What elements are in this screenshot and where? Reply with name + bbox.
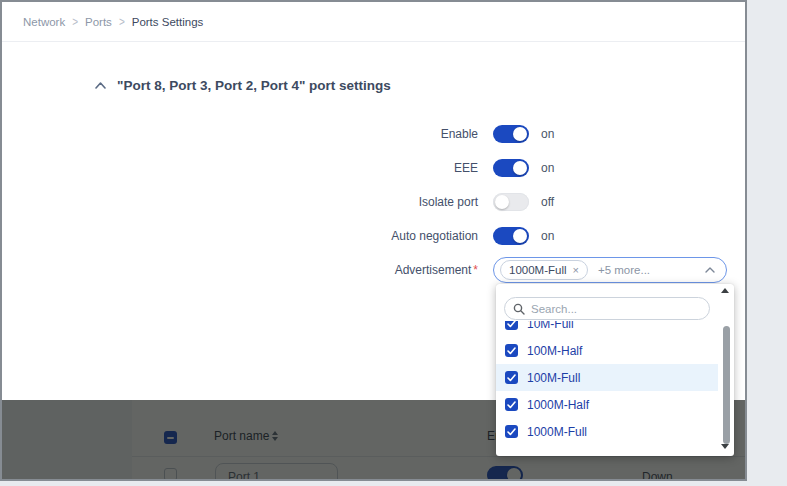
option-label: 100M-Full — [527, 371, 580, 385]
eee-label: EEE — [2, 161, 478, 175]
port-settings-form: Enable on EEE on Isolate port off Auto n… — [2, 117, 745, 287]
option-100m-half[interactable]: 100M-Half — [496, 337, 718, 364]
option-label: 1000M-Full — [527, 425, 587, 439]
dropdown-search-box[interactable] — [504, 297, 710, 320]
breadcrumb-separator-icon: > — [119, 15, 125, 28]
checkbox-checked-icon[interactable] — [505, 425, 518, 438]
eee-toggle[interactable] — [493, 159, 529, 177]
checkbox-checked-icon[interactable] — [505, 398, 518, 411]
chip-label: 1000M-Full — [509, 264, 567, 276]
form-row-auto-negotiation: Auto negotiation on — [2, 219, 745, 253]
app-window: Network > Ports > Ports Settings "Port 8… — [0, 0, 747, 481]
eee-state-text: on — [541, 161, 554, 175]
enable-state-text: on — [541, 127, 554, 141]
checkbox-checked-icon[interactable] — [505, 344, 518, 357]
option-1000m-full[interactable]: 1000M-Full — [496, 418, 718, 445]
toggle-knob — [513, 229, 527, 243]
enable-label: Enable — [2, 127, 478, 141]
option-100m-full[interactable]: 100M-Full — [496, 364, 718, 391]
scrollbar-down-arrow-icon[interactable] — [720, 444, 730, 452]
scrollbar-thumb[interactable] — [723, 326, 730, 444]
advertisement-label-text: Advertisement — [395, 263, 472, 277]
form-row-enable: Enable on — [2, 117, 745, 151]
dropdown-options-list: 10M-Full 100M-Half 100M-Full 1000M-Half … — [496, 321, 718, 449]
checkbox-checked-icon[interactable] — [505, 321, 518, 330]
selected-value-chip: 1000M-Full × — [500, 260, 588, 280]
breadcrumb-network[interactable]: Network — [23, 16, 65, 28]
option-10m-full[interactable]: 10M-Full — [496, 321, 718, 337]
toggle-knob — [513, 127, 527, 141]
isolate-port-toggle[interactable] — [493, 193, 529, 211]
option-label: 100M-Half — [527, 344, 582, 358]
breadcrumb-separator-icon: > — [72, 15, 78, 28]
enable-toggle[interactable] — [493, 125, 529, 143]
advertisement-multiselect[interactable]: 1000M-Full × +5 more... — [493, 257, 727, 283]
auto-negotiation-toggle[interactable] — [493, 227, 529, 245]
form-row-advertisement: Advertisement* 1000M-Full × +5 more... — [2, 253, 745, 287]
toggle-knob — [513, 161, 527, 175]
search-input[interactable] — [531, 303, 691, 315]
checkbox-checked-icon[interactable] — [505, 371, 518, 384]
breadcrumb-ports-settings: Ports Settings — [132, 16, 204, 28]
option-label: 10M-Full — [527, 321, 574, 331]
select-chevron-up-icon[interactable] — [705, 267, 715, 273]
toggle-knob — [495, 195, 509, 209]
breadcrumb-ports[interactable]: Ports — [85, 16, 112, 28]
more-items-text: +5 more... — [598, 264, 650, 276]
required-asterisk: * — [473, 263, 478, 277]
section-heading[interactable]: "Port 8, Port 3, Port 2, Port 4" port se… — [95, 78, 391, 93]
isolate-port-state-text: off — [541, 195, 554, 209]
section-title: "Port 8, Port 3, Port 2, Port 4" port se… — [117, 78, 391, 93]
auto-negotiation-state-text: on — [541, 229, 554, 243]
isolate-port-label: Isolate port — [2, 195, 478, 209]
breadcrumb: Network > Ports > Ports Settings — [2, 2, 745, 42]
search-icon — [513, 303, 525, 315]
advertisement-label: Advertisement* — [2, 263, 478, 277]
option-label: 1000M-Half — [527, 398, 589, 412]
auto-negotiation-label: Auto negotiation — [2, 229, 478, 243]
form-row-isolate-port: Isolate port off — [2, 185, 745, 219]
advertisement-dropdown-panel: 10M-Full 100M-Half 100M-Full 1000M-Half … — [496, 284, 734, 456]
option-1000m-half[interactable]: 1000M-Half — [496, 391, 718, 418]
chevron-up-icon[interactable] — [95, 82, 106, 89]
scrollbar-up-arrow-icon[interactable] — [720, 288, 730, 296]
form-row-eee: EEE on — [2, 151, 745, 185]
chip-remove-icon[interactable]: × — [573, 264, 579, 276]
